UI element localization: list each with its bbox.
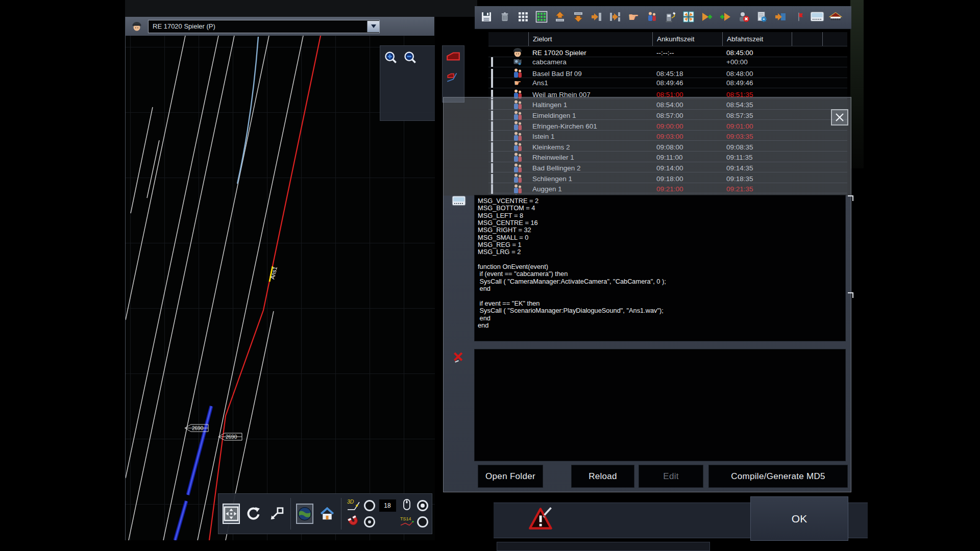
reload-button[interactable]: Reload — [571, 465, 634, 488]
dialog-close-button[interactable] — [831, 109, 848, 126]
green-grid-icon — [535, 11, 548, 24]
row-checkbox[interactable] — [491, 69, 493, 79]
shift-right-icon — [590, 11, 603, 24]
toolbar-shift-left-button[interactable] — [608, 10, 622, 25]
svg-text:3D: 3D — [347, 499, 354, 505]
world-scene-sliver-top — [125, 0, 477, 17]
svg-text:TS14: TS14 — [400, 516, 411, 521]
toolbar-move-down-button[interactable] — [571, 10, 585, 25]
bottom-panel-edge — [497, 542, 710, 551]
code-line: if (event == "cabcamera") then — [478, 270, 845, 278]
pan-tool-button[interactable] — [223, 504, 240, 524]
script-error-icon — [453, 352, 464, 365]
toolbar-green-grid-button[interactable] — [534, 10, 549, 25]
scroll-corner-mark — [848, 195, 853, 201]
timetable-row[interactable]: RE 17020 Spieler --:--:-- 08:45:00 — [488, 46, 847, 57]
code-line: end — [478, 322, 845, 329]
magnet-icon — [347, 514, 360, 530]
home-view-button[interactable] — [318, 504, 336, 524]
toolbar-message-display-button[interactable] — [810, 10, 824, 25]
code-line: MSG_VCENTRE = 2 — [478, 197, 845, 205]
compile-generate-md5-button[interactable]: Compile/Generate MD5 — [708, 465, 848, 488]
rotate-tool-button[interactable] — [245, 504, 262, 524]
gradient-radio[interactable] — [364, 500, 375, 511]
close-icon — [835, 112, 845, 122]
ok-button[interactable]: OK — [750, 496, 848, 541]
route-path-line — [209, 36, 321, 540]
toolbar-move-up-button[interactable] — [553, 10, 567, 25]
delete-icon — [499, 11, 510, 24]
portal-link-icon — [774, 11, 787, 24]
toolbar-station-marquee-button[interactable] — [828, 10, 843, 25]
camera-icon — [507, 57, 528, 67]
row-checkbox[interactable] — [491, 57, 493, 67]
track-map-panel: RE 17020 Spieler (P) — [125, 17, 434, 540]
map-zoom-panel — [380, 45, 435, 121]
timetable-row[interactable]: ☛ Ans1 08:49:46 08:49:46 — [488, 78, 847, 89]
toolbar-delete-driver-button[interactable] — [737, 10, 751, 25]
toolbar-shift-right-button[interactable] — [590, 10, 604, 25]
snap-radio[interactable] — [364, 516, 375, 528]
code-line: if event == "EK" then — [478, 300, 845, 307]
toolbar-pointer-hand-button[interactable]: ☛ — [626, 10, 641, 25]
ts14-radio[interactable] — [417, 516, 428, 528]
code-line — [478, 256, 845, 263]
code-line: MSG_BOTTOM = 4 — [478, 205, 845, 212]
gradient-partial-button[interactable] — [446, 69, 461, 85]
code-line: MSG_LEFT = 8 — [478, 212, 845, 219]
row-checkbox[interactable] — [491, 78, 493, 88]
map-header-bar: RE 17020 Spieler (P) — [126, 17, 434, 36]
timetable-row[interactable]: Basel Bad Bf 09 08:45:18 08:48:00 — [488, 67, 847, 78]
column-header-ankunftszeit: Ankunftszeit — [652, 32, 722, 46]
shift-left-icon — [608, 11, 622, 24]
arrival-time: 08:45:18 — [652, 70, 722, 78]
destination-label: Ans1 — [528, 79, 652, 87]
departure-time: 08:45:00 — [722, 49, 792, 57]
toolbar-add-service-alt-button[interactable] — [718, 10, 732, 25]
passengers-icon — [646, 11, 658, 24]
timetable-row[interactable]: cabcamera +00:00 — [488, 57, 847, 68]
scenario-script-icon — [756, 11, 768, 24]
toolbar-event-flag-button[interactable] — [792, 10, 806, 25]
edit-button[interactable]: Edit — [639, 465, 703, 488]
code-line: SysCall ( "ScenarioManager:PlayDialogueS… — [478, 307, 845, 314]
toolbar-divider — [290, 498, 291, 530]
script-code-area[interactable]: MSG_VCENTRE = 2MSG_BOTTOM = 4MSG_LEFT = … — [474, 195, 846, 341]
destination-label: Basel Bad Bf 09 — [528, 70, 652, 78]
scale-tool-button[interactable] — [268, 504, 285, 524]
mouse-snap-radio[interactable] — [417, 500, 428, 511]
fuel-pump-icon — [664, 11, 676, 24]
center-view-icon — [682, 11, 695, 24]
save-icon — [480, 11, 493, 24]
destination-label: RE 17020 Spieler — [528, 49, 652, 57]
chevron-down-icon[interactable] — [367, 21, 379, 32]
mouse-icon — [402, 498, 412, 513]
zoom-out-button[interactable] — [403, 50, 418, 65]
toolbar-white-grid-button[interactable] — [516, 10, 530, 25]
arrival-time: --:--:-- — [652, 49, 722, 57]
move-up-icon — [553, 11, 567, 24]
hand-icon: ☛ — [507, 78, 528, 88]
toolbar-fuel-pump-button[interactable] — [663, 10, 677, 25]
gradient-full-button[interactable] — [446, 49, 461, 64]
map-viewport[interactable]: Ans1 2690 2690 — [126, 36, 435, 540]
event-flag-icon — [793, 11, 804, 24]
toolbar-delete-button[interactable] — [498, 10, 512, 25]
consist-selector-dropdown[interactable]: RE 17020 Spieler (P) — [148, 20, 380, 33]
add-service-icon — [700, 11, 714, 24]
script-output-area[interactable] — [474, 349, 846, 461]
toolbar-center-view-button[interactable] — [681, 10, 696, 25]
toolbar-passengers-button[interactable] — [645, 10, 659, 25]
toolbar-portal-link-button[interactable] — [773, 10, 788, 25]
open-folder-button[interactable]: Open Folder — [478, 465, 543, 488]
zoom-in-button[interactable] — [383, 50, 399, 65]
code-line: function OnEvent(event) — [478, 263, 845, 270]
toolbar-add-service-button[interactable] — [700, 10, 714, 25]
map-marker-label: Ans1 — [269, 266, 278, 280]
toolbar-save-button[interactable] — [479, 10, 494, 25]
map-options-grid: 3D 18 TS14 — [347, 497, 428, 530]
toolbar-scenario-script-button[interactable] — [755, 10, 769, 25]
driver-icon — [130, 19, 144, 34]
code-line: MSG_SMALL = 0 — [478, 234, 845, 241]
world-view-button[interactable] — [296, 504, 313, 524]
